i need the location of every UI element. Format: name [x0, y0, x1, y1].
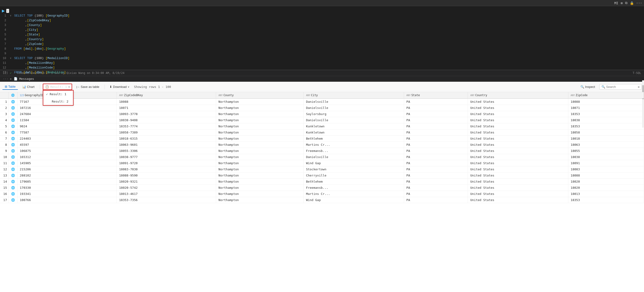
col-header-country[interactable]: ANYCountry: [468, 92, 568, 98]
search-input[interactable]: [606, 85, 637, 89]
code-line-13: 13 FROM [dw1].[dbo].[Medallion]: [0, 70, 644, 75]
cell-zipcodebkey: 18091-9720: [116, 160, 216, 166]
filter-icon[interactable]: ≡: [638, 85, 640, 89]
cell-city: Wind Gap: [304, 160, 404, 166]
cell-state: PA: [404, 172, 468, 179]
cell-country: United States: [468, 185, 568, 191]
extra-dots[interactable]: ···: [3, 77, 8, 81]
collapse-icon-1[interactable]: ∨: [10, 13, 14, 18]
col-header-zipcodebkey[interactable]: ANYZipCodeBKey: [116, 92, 216, 98]
inspect-button[interactable]: 🔍 Inspect: [578, 84, 598, 89]
code-line-2: 2 ,[ZipCodeBKey]: [0, 18, 644, 23]
cell-county: Northampton: [216, 166, 304, 172]
download-button[interactable]: ⬇ Download ∨: [108, 84, 131, 89]
cell-zipcodebkey: 18058-7389: [116, 129, 216, 136]
col-header-city[interactable]: ANYCity: [304, 92, 404, 98]
cell-geographyid: 165312: [17, 154, 116, 160]
cell-state: PA: [404, 148, 468, 154]
cell-zipcodebkey: 18063-9601: [116, 142, 216, 148]
cell-county: Northampton: [216, 98, 304, 105]
cell-country: United States: [468, 136, 568, 142]
cell-zipcode: 18038: [568, 117, 644, 123]
cell-rownum: 17: [0, 197, 8, 203]
cell-county: Northampton: [216, 105, 304, 111]
cell-state: PA: [404, 191, 468, 197]
mi-icon[interactable]: MI: [614, 1, 618, 5]
col-header-zipcode[interactable]: ANYZipCode: [568, 92, 644, 98]
cell-rownum: 16: [0, 191, 8, 197]
col-header-county[interactable]: ANYCounty: [216, 92, 304, 98]
save-label: Save as table: [80, 85, 99, 89]
cell-city: Wind Gap: [304, 197, 404, 203]
expand-window-icon[interactable]: ⊞: [620, 1, 622, 5]
col-header-state[interactable]: ANYState: [404, 92, 468, 98]
table-row: 13 🌐 288102 18088-9590 Northampton Cherr…: [0, 172, 644, 179]
inspect-label: Inspect: [585, 85, 595, 89]
app-layout: MI ⊞ ⧉ 🔒 ··· ▶ ∨ 1 ∨ SELECT TOP (100) [G…: [0, 0, 644, 292]
cell-country: United States: [468, 111, 568, 117]
result-option-2[interactable]: Result: 2: [43, 98, 73, 105]
cell-zipcode: 18088: [568, 172, 644, 179]
cell-state: PA: [404, 123, 468, 129]
cell-globe: 🌐: [8, 179, 17, 185]
cell-zipcode: 18063: [568, 142, 644, 148]
table-row: 4 🌐 11584 18038-9408 Northampton Daniels…: [0, 117, 644, 123]
cell-rownum: 3: [0, 111, 8, 117]
cell-rownum: 9: [0, 148, 8, 154]
result-select-button[interactable]: 📋 Result: 1 ∨: [43, 84, 72, 89]
cell-rownum: 12: [0, 166, 8, 172]
expand-messages-icon[interactable]: ▶: [10, 77, 12, 80]
cell-state: PA: [404, 197, 468, 203]
code-line-11: 11 ,[MedallionBKey]: [0, 61, 644, 65]
cell-zipcode: 18013: [568, 191, 644, 197]
cell-zipcode: 18083: [568, 166, 644, 172]
cell-globe: 🌐: [8, 129, 17, 136]
result-option-2-label: Result: 2: [52, 100, 68, 103]
top-bar: MI ⊞ ⧉ 🔒 ···: [0, 0, 644, 6]
table-row: 1 🌐 77167 18088 Northampton Danielsville…: [0, 98, 644, 105]
cell-city: Saylorsburg: [304, 111, 404, 117]
cell-zipcodebkey: 18055-3306: [116, 148, 216, 154]
cell-globe: 🌐: [8, 111, 17, 117]
run-button[interactable]: ▶: [2, 8, 5, 13]
cell-rownum: 15: [0, 185, 8, 191]
cell-geographyid: 247604: [17, 111, 116, 117]
split-icon[interactable]: ⧉: [625, 1, 628, 5]
cell-rownum: 11: [0, 160, 8, 166]
cell-city: Kunkletown: [304, 123, 404, 129]
save-as-table-button[interactable]: |→ Save as table: [74, 84, 102, 89]
cell-globe: 🌐: [8, 172, 17, 179]
col-header-globe: 🌐: [8, 92, 17, 98]
chevron-down-icon: ∨: [68, 85, 70, 88]
cell-city: Danielsville: [304, 117, 404, 123]
cell-rownum: 13: [0, 172, 8, 179]
data-table: 🌐 123GeographyID ANYZipCodeBKey ANYCount…: [0, 92, 644, 203]
cell-globe: 🌐: [8, 154, 17, 160]
table-view-button[interactable]: ⊞ Table: [2, 84, 18, 90]
lock-icon[interactable]: 🔒: [630, 1, 634, 5]
cell-state: PA: [404, 129, 468, 136]
result-option-1[interactable]: ✓ Result: 1: [43, 90, 73, 98]
download-label: Download: [113, 85, 127, 89]
code-line-10: 10 ∨ SELECT TOP (100) [MedallionID]: [0, 56, 644, 61]
cell-city: Martins Cr...: [304, 142, 404, 148]
table-row: 12 🌐 215286 18083-7030 Northampton Stock…: [0, 166, 644, 172]
chart-view-button[interactable]: 📊 Chart: [20, 84, 37, 89]
check-icon: ✓: [46, 93, 48, 96]
cell-zipcodebkey: 18020-5742: [116, 185, 216, 191]
collapse-icon-10[interactable]: ∨: [10, 56, 14, 61]
cell-country: United States: [468, 197, 568, 203]
cell-state: PA: [404, 98, 468, 105]
cell-zipcodebkey: 18018-6315: [116, 136, 216, 142]
cell-globe: 🌐: [8, 98, 17, 105]
cell-county: Northampton: [216, 136, 304, 142]
table-row: 14 🌐 179605 18020-9321 Northampton Bethl…: [0, 179, 644, 185]
more-options-icon[interactable]: ···: [636, 1, 642, 5]
download-chevron-icon: ∨: [128, 85, 129, 88]
cell-county: Northampton: [216, 129, 304, 136]
collapse-button[interactable]: ∨: [6, 9, 9, 13]
separator-2: [104, 85, 105, 89]
cell-rownum: 1: [0, 98, 8, 105]
cell-geographyid: 288102: [17, 172, 116, 179]
cell-state: PA: [404, 179, 468, 185]
